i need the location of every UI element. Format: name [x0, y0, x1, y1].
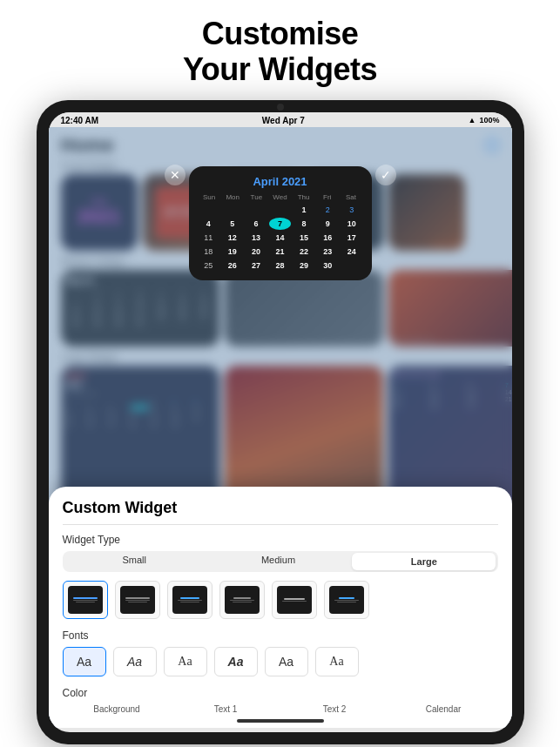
color-label: Color [63, 687, 498, 699]
battery-icon: 100% [479, 116, 499, 124]
status-date: Wed Apr 7 [262, 116, 305, 125]
page-title: Customise Your Widgets [183, 16, 377, 88]
wifi-icon: ▲ [469, 116, 476, 124]
font-option-3[interactable]: Aa [164, 647, 207, 676]
status-time: 12:40 AM [61, 116, 99, 125]
status-icons: ▲ 100% [469, 116, 500, 124]
widget-type-label: Widget Type [63, 534, 498, 546]
style-thumb-4[interactable] [219, 581, 265, 619]
status-bar: 12:40 AM Wed Apr 7 ▲ 100% [49, 112, 512, 127]
style-thumb-1[interactable] [63, 581, 108, 619]
color-background[interactable]: Background [63, 704, 172, 714]
confirm-button[interactable]: ✓ [375, 165, 396, 185]
calendar-card: April 2021 Sun Mon Tue Wed Thu Fri Sat [189, 166, 372, 280]
calendar-popup: ✕ ✓ April 2021 Sun Mon Tue Wed Thu [189, 166, 372, 280]
cal-month-year: April 2021 [198, 175, 363, 188]
font-option-1[interactable]: Aa [63, 647, 106, 676]
ipad-screen: 12:40 AM Wed Apr 7 ▲ 100% Home ⓘ Small W… [49, 112, 512, 732]
style-thumb-5[interactable] [272, 581, 317, 619]
font-option-5[interactable]: Aa [265, 647, 308, 676]
style-thumbnails-row [63, 581, 498, 619]
sheet-title: Custom Widget [63, 499, 498, 517]
sheet-divider [63, 524, 498, 525]
home-indicator [237, 719, 324, 723]
cal-days-header: Sun Mon Tue Wed Thu Fri Sat [198, 193, 363, 201]
color-text1[interactable]: Text 1 [172, 704, 280, 714]
style-thumb-3[interactable] [167, 581, 213, 619]
font-option-4[interactable]: Aa [214, 647, 258, 676]
tab-medium[interactable]: Medium [206, 551, 350, 572]
cal-grid: 1 2 3 4 5 6 7 8 9 10 11 [198, 204, 363, 272]
fonts-row: Aa Aa Aa Aa Aa [63, 647, 498, 676]
color-text2[interactable]: Text 2 [280, 704, 389, 714]
tab-large[interactable]: Large [352, 553, 496, 570]
tab-small[interactable]: Small [63, 551, 206, 572]
style-thumb-2[interactable] [115, 581, 160, 619]
bottom-sheet: Custom Widget Widget Type Small Medium L… [49, 487, 512, 728]
widget-type-tabs: Small Medium Large [63, 551, 498, 572]
style-thumb-6[interactable] [324, 581, 369, 619]
fonts-label: Fonts [63, 629, 498, 642]
font-option-6[interactable]: Aa [315, 647, 359, 676]
color-options-row: Background Text 1 Text 2 Calendar [63, 704, 498, 714]
ipad-frame: 12:40 AM Wed Apr 7 ▲ 100% Home ⓘ Small W… [37, 100, 524, 744]
page-wrapper: Customise Your Widgets 12:40 AM Wed Apr … [0, 0, 560, 747]
color-calendar[interactable]: Calendar [389, 704, 498, 714]
app-screen: Home ⓘ Small Widget Year 2021 April 2021… [49, 127, 512, 728]
close-button[interactable]: ✕ [165, 165, 186, 185]
font-option-2[interactable]: Aa [113, 647, 157, 676]
